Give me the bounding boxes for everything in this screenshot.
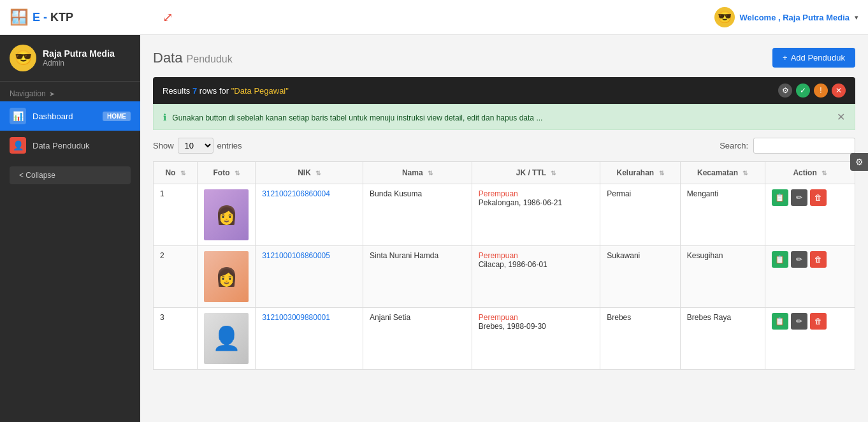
- sidebar: 😎 Raja Putra Media Admin Navigation ➤ 📊 …: [0, 35, 140, 422]
- info-alert-text: ℹ Gunakan button di sebelah kanan setiap…: [163, 112, 542, 122]
- cell-nik-2: 3121000106860005: [256, 246, 363, 308]
- compress-icon[interactable]: ⤢: [163, 10, 173, 25]
- cell-no-1: 1: [154, 184, 198, 246]
- table-controls: Show 10 25 50 100 entries Search:: [153, 138, 855, 154]
- close-alert-button[interactable]: ✕: [837, 111, 845, 123]
- delete-btn-1[interactable]: 🗑: [810, 189, 827, 206]
- cell-kelurahan-1: Permai: [600, 184, 681, 246]
- view-btn-2[interactable]: 📋: [772, 251, 788, 268]
- data-table: No ⇅ Foto ⇅ NIK ⇅ Nama ⇅ JK / TTL ⇅ Kelu…: [153, 161, 855, 370]
- sidebar-username: Raja Putra Media: [43, 48, 115, 59]
- add-penduduk-button[interactable]: + Add Penduduk: [772, 48, 855, 68]
- data-penduduk-icon: 👤: [10, 137, 26, 154]
- cell-nama-1: Bunda Kusuma: [363, 184, 472, 246]
- cell-no-3: 3: [154, 308, 198, 370]
- delete-btn-2[interactable]: 🗑: [810, 251, 827, 268]
- sidebar-user: 😎 Raja Putra Media Admin: [0, 35, 140, 82]
- cell-no-2: 2: [154, 246, 198, 308]
- nav-arrow-icon: ➤: [49, 90, 55, 98]
- page-header: Data Penduduk + Add Penduduk: [153, 48, 855, 68]
- brand-text: E - KTP: [33, 11, 73, 24]
- cell-nama-3: Anjani Setia: [363, 308, 472, 370]
- sidebar-avatar: 😎: [10, 45, 36, 71]
- main-content: Data Penduduk + Add Penduduk Results 7 r…: [140, 35, 868, 422]
- foto-img-2: 👩: [204, 251, 249, 302]
- brand: 🪟 E - KTP: [10, 8, 150, 26]
- search-input[interactable]: [753, 138, 855, 154]
- cell-foto-1: 👩: [198, 184, 256, 246]
- cell-kelurahan-3: Brebes: [600, 308, 681, 370]
- nik-link-3[interactable]: 3121003009880001: [262, 313, 330, 322]
- gear-icon-fixed[interactable]: ⚙: [850, 153, 868, 171]
- action-btns-2: 📋 ✏ 🗑: [772, 251, 848, 268]
- foto-img-1: 👩: [204, 189, 249, 240]
- cell-kecamatan-2: Kesugihan: [680, 246, 765, 308]
- results-bar: Results 7 rows for "Data Pegawai" ⚙ ✓ ! …: [153, 77, 855, 104]
- right-area: 😎 Welcome , Raja Putra Media ▾: [714, 7, 858, 27]
- plus-icon: +: [783, 53, 788, 62]
- table-row: 1 👩 3121002106860004 Bunda Kusuma Peremp…: [154, 184, 855, 246]
- table-header-row: No ⇅ Foto ⇅ NIK ⇅ Nama ⇅ JK / TTL ⇅ Kelu…: [154, 162, 855, 184]
- sidebar-nav-label: Navigation ➤: [0, 82, 140, 101]
- windows-icon: 🪟: [10, 8, 29, 26]
- sidebar-item-dashboard[interactable]: 📊 Dashboard HOME: [0, 101, 140, 131]
- result-icon-close[interactable]: ✕: [832, 84, 846, 98]
- search-area: Search:: [720, 138, 855, 154]
- edit-btn-3[interactable]: ✏: [791, 313, 807, 330]
- data-penduduk-label: Data Penduduk: [33, 141, 131, 150]
- page-title: Data Penduduk: [153, 50, 233, 66]
- result-icon-gear[interactable]: ⚙: [778, 84, 792, 98]
- action-btns-1: 📋 ✏ 🗑: [772, 189, 848, 206]
- collapse-button[interactable]: < Collapse: [10, 166, 131, 184]
- cell-foto-2: 👩: [198, 246, 256, 308]
- sidebar-role: Admin: [43, 59, 115, 68]
- view-btn-3[interactable]: 📋: [772, 313, 788, 330]
- sidebar-item-data-penduduk[interactable]: 👤 Data Penduduk: [0, 131, 140, 160]
- action-btns-3: 📋 ✏ 🗑: [772, 313, 848, 330]
- cell-kecamatan-1: Menganti: [680, 184, 765, 246]
- avatar-top: 😎: [714, 7, 735, 27]
- entries-select[interactable]: 10 25 50 100: [178, 138, 213, 154]
- cell-action-1: 📋 ✏ 🗑: [765, 184, 855, 246]
- dashboard-icon: 📊: [10, 108, 26, 124]
- delete-btn-3[interactable]: 🗑: [810, 313, 827, 330]
- home-badge: HOME: [103, 112, 131, 121]
- col-kecamatan: Kecamatan ⇅: [680, 162, 765, 184]
- welcome-text: Welcome , Raja Putra Media: [740, 13, 850, 22]
- nik-link-2[interactable]: 3121000106860005: [262, 251, 330, 260]
- cell-nik-3: 3121003009880001: [256, 308, 363, 370]
- cell-kecamatan-3: Brebes Raya: [680, 308, 765, 370]
- cell-nama-2: Sinta Nurani Hamda: [363, 246, 472, 308]
- top-navbar: 🪟 E - KTP ⤢ 😎 Welcome , Raja Putra Media…: [0, 0, 868, 35]
- edit-btn-1[interactable]: ✏: [791, 189, 807, 206]
- result-icon-check[interactable]: ✓: [796, 84, 810, 98]
- app-body: 😎 Raja Putra Media Admin Navigation ➤ 📊 …: [0, 35, 868, 422]
- info-alert: ℹ Gunakan button di sebelah kanan setiap…: [153, 104, 855, 130]
- col-no: No ⇅: [154, 162, 198, 184]
- sidebar-user-info: Raja Putra Media Admin: [43, 48, 115, 68]
- results-icons: ⚙ ✓ ! ✕: [778, 84, 846, 98]
- cell-action-3: 📋 ✏ 🗑: [765, 308, 855, 370]
- show-entries: Show 10 25 50 100 entries: [153, 138, 242, 154]
- col-foto: Foto ⇅: [198, 162, 256, 184]
- cell-action-2: 📋 ✏ 🗑: [765, 246, 855, 308]
- cell-jk-3: Perempuan Brebes, 1988-09-30: [472, 308, 600, 370]
- edit-btn-2[interactable]: ✏: [791, 251, 807, 268]
- col-kelurahan: Kelurahan ⇅: [600, 162, 681, 184]
- center-area: ⤢: [150, 10, 714, 25]
- info-icon: ℹ: [163, 112, 166, 122]
- table-row: 2 👩 3121000106860005 Sinta Nurani Hamda …: [154, 246, 855, 308]
- add-btn-label: Add Penduduk: [791, 53, 845, 62]
- nik-link-1[interactable]: 3121002106860004: [262, 189, 330, 198]
- table-row: 3 👤 3121003009880001 Anjani Setia Peremp…: [154, 308, 855, 370]
- col-jk-ttl: JK / TTL ⇅: [472, 162, 600, 184]
- cell-nik-1: 3121002106860004: [256, 184, 363, 246]
- cell-jk-2: Perempuan Cilacap, 1986-06-01: [472, 246, 600, 308]
- result-icon-warning[interactable]: !: [814, 84, 828, 98]
- view-btn-1[interactable]: 📋: [772, 189, 788, 206]
- col-action: Action ⇅: [765, 162, 855, 184]
- col-nik: NIK ⇅: [256, 162, 363, 184]
- user-dropdown-arrow[interactable]: ▾: [855, 13, 858, 22]
- foto-img-3: 👤: [204, 313, 249, 364]
- result-text: Results 7 rows for "Data Pegawai": [163, 86, 289, 96]
